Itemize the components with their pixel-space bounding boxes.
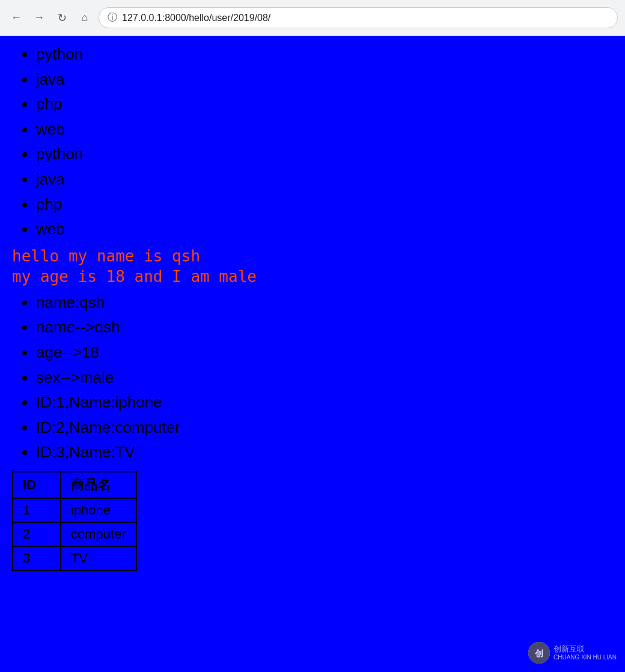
hello-text: hello my name is qsh [12,247,613,265]
main-content: pythonjavaphpwebpythonjavaphpweb hello m… [0,36,625,672]
table-cell: 3 [13,546,61,570]
age-text: my age is 18 and I am male [12,267,613,286]
list-item: php [36,192,613,218]
table-cell: TV [61,546,136,570]
list-item: web [36,117,613,142]
browser-bar: ← → ↻ ⌂ ⓘ 127.0.0.1:8000/hello/user/2019… [0,0,625,36]
back-button[interactable]: ← [7,9,25,27]
table-cell: 2 [13,522,61,546]
table-body: 1iphone2computer3TV [13,498,136,570]
watermark: 创 创新互联 CHUANG XIN HU LIAN [528,642,617,664]
list-item: name:qsh [36,290,613,316]
list-item: name-->qsh [36,315,613,340]
reload-button[interactable]: ↻ [53,9,71,27]
list-item: ID:2,Name:computer [36,415,613,441]
table-cell: 1 [13,498,61,522]
product-table: ID商品名 1iphone2computer3TV [12,471,137,571]
watermark-text: 创新互联 CHUANG XIN HU LIAN [553,644,617,661]
list-item: java [36,67,613,93]
detail-list: name:qshname-->qshage-->18sex-->maleID:1… [12,290,613,465]
home-button[interactable]: ⌂ [76,9,94,27]
table-row: 3TV [13,546,136,570]
table-header-row: ID商品名 [13,472,136,498]
list-item: ID:3,Name:TV [36,440,613,465]
table-cell: iphone [61,498,136,522]
table-cell: computer [61,522,136,546]
table-row: 1iphone [13,498,136,522]
list-item: age-->18 [36,340,613,365]
address-bar[interactable]: ⓘ 127.0.0.1:8000/hello/user/2019/08/ [99,7,618,28]
list-item: sex-->male [36,365,613,391]
list1: pythonjavaphpwebpythonjavaphpweb [12,42,613,242]
list-item: python [36,42,613,67]
table-header-cell: 商品名 [61,472,136,498]
table-header-cell: ID [13,472,61,498]
list-item: php [36,92,613,117]
url-text: 127.0.0.1:8000/hello/user/2019/08/ [122,13,270,23]
table-row: 2computer [13,522,136,546]
watermark-logo: 创 [528,642,550,664]
list-item: web [36,217,613,242]
list-item: java [36,167,613,192]
table-head: ID商品名 [13,472,136,498]
list-item: ID:1,Name:iphone [36,390,613,415]
list-item: python [36,142,613,167]
forward-button[interactable]: → [30,9,48,27]
svg-text:创: 创 [534,649,543,658]
info-icon: ⓘ [108,11,117,24]
